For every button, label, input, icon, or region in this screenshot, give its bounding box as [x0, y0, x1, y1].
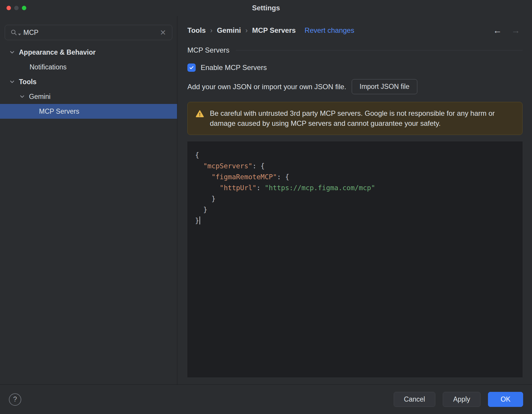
- text-cursor: [200, 216, 200, 224]
- warning-banner: Be careful with untrusted 3rd party MCP …: [187, 102, 523, 135]
- chevron-down-icon[interactable]: [9, 49, 15, 56]
- import-json-button[interactable]: Import JSON file: [352, 79, 418, 94]
- breadcrumb-separator-icon: ›: [245, 27, 248, 35]
- cancel-button[interactable]: Cancel: [394, 392, 436, 407]
- warning-text: Be careful with untrusted 3rd party MCP …: [210, 108, 515, 128]
- breadcrumb-mcp-servers: MCP Servers: [252, 26, 296, 35]
- sidebar-item-notifications[interactable]: Notifications: [0, 60, 177, 74]
- window-title: Settings: [252, 4, 280, 12]
- window-controls: [7, 6, 26, 10]
- help-button[interactable]: ?: [9, 393, 21, 406]
- code-line: }: [195, 193, 515, 204]
- back-icon[interactable]: ←: [493, 25, 502, 35]
- code-line: }: [195, 215, 515, 226]
- settings-window: Settings ✕ Appear: [0, 0, 532, 414]
- sidebar-item-label: MCP Servers: [39, 107, 79, 115]
- forward-icon: →: [511, 25, 520, 35]
- code-line: "httpUrl": "https://mcp.figma.com/mcp": [195, 182, 515, 193]
- breadcrumb: Tools › Gemini › MCP Servers Revert chan…: [187, 26, 354, 35]
- code-line: "figmaRemoteMCP": {: [195, 172, 515, 182]
- breadcrumb-row: Tools › Gemini › MCP Servers Revert chan…: [187, 25, 523, 35]
- help-icon: ?: [13, 395, 17, 403]
- ok-button[interactable]: OK: [488, 392, 523, 407]
- section-title: MCP Servers: [187, 46, 229, 54]
- close-window-button[interactable]: [7, 6, 11, 10]
- settings-panel: Tools › Gemini › MCP Servers Revert chan…: [177, 16, 532, 384]
- sidebar-item-label: Notifications: [30, 63, 66, 71]
- breadcrumb-separator-icon: ›: [210, 27, 213, 35]
- search-input[interactable]: [23, 29, 157, 37]
- mcp-json-editor[interactable]: { "mcpServers": { "figmaRemoteMCP": { "h…: [187, 141, 523, 377]
- minimize-window-button: [14, 6, 19, 10]
- enable-mcp-servers-checkbox[interactable]: [187, 63, 196, 72]
- sidebar-item-mcp-servers[interactable]: MCP Servers: [0, 104, 177, 119]
- section-divider: [236, 50, 523, 50]
- dialog-footer: ? Cancel Apply OK: [0, 384, 532, 414]
- sidebar-item-gemini[interactable]: Gemini: [0, 89, 177, 104]
- dialog-actions: Cancel Apply OK: [394, 392, 523, 407]
- revert-changes-link[interactable]: Revert changes: [305, 26, 354, 35]
- add-json-row: Add your own JSON or import your own JSO…: [187, 79, 523, 94]
- sidebar-item-tools[interactable]: Tools: [0, 74, 177, 89]
- chevron-down-icon[interactable]: [9, 79, 15, 85]
- breadcrumb-tools[interactable]: Tools: [187, 26, 206, 35]
- titlebar: Settings: [0, 0, 532, 16]
- settings-sidebar: ✕ Appearance & Behavior Notifications To: [0, 16, 177, 384]
- code-line: "mcpServers": {: [195, 161, 515, 172]
- search-options-chevron-icon[interactable]: [18, 34, 21, 35]
- settings-search-box[interactable]: ✕: [5, 25, 172, 40]
- sidebar-item-label: Gemini: [29, 93, 51, 101]
- chevron-down-icon[interactable]: [19, 93, 25, 100]
- apply-button[interactable]: Apply: [443, 392, 481, 407]
- sidebar-item-label: Appearance & Behavior: [19, 48, 95, 56]
- warning-icon: [195, 109, 204, 118]
- code-line: }: [195, 204, 515, 215]
- settings-main: ✕ Appearance & Behavior Notifications To: [0, 16, 532, 384]
- sidebar-item-appearance-behavior[interactable]: Appearance & Behavior: [0, 45, 177, 60]
- history-navigation: ← →: [493, 25, 523, 35]
- add-json-text: Add your own JSON or import your own JSO…: [187, 83, 346, 91]
- search-icon: [10, 29, 21, 36]
- enable-mcp-servers-row[interactable]: Enable MCP Servers: [187, 63, 523, 73]
- code-line: {: [195, 150, 515, 161]
- settings-tree: Appearance & Behavior Notifications Tool…: [0, 45, 177, 119]
- sidebar-item-label: Tools: [19, 78, 37, 86]
- clear-search-icon[interactable]: ✕: [159, 29, 167, 36]
- zoom-window-button[interactable]: [22, 6, 26, 10]
- section-header: MCP Servers: [187, 45, 523, 55]
- check-icon: [189, 65, 194, 70]
- breadcrumb-gemini[interactable]: Gemini: [217, 26, 241, 35]
- enable-mcp-servers-label: Enable MCP Servers: [201, 63, 267, 72]
